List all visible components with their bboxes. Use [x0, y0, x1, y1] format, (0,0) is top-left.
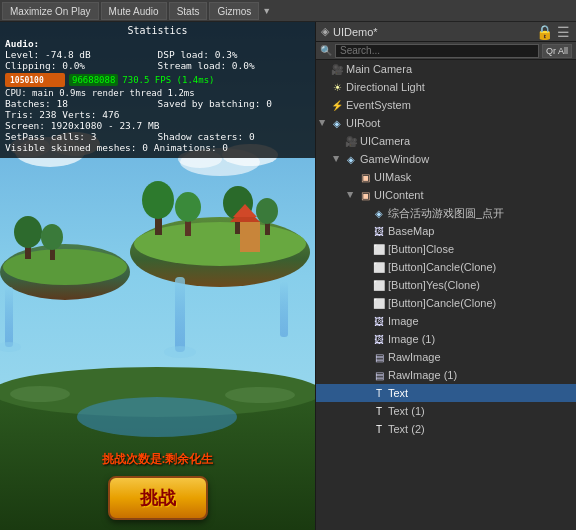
gameobj-icon-huodong: ◈ — [372, 206, 386, 220]
tree-item-gamewindow[interactable]: ▶◈GameWindow — [316, 150, 576, 168]
svg-point-20 — [175, 192, 201, 222]
tris-info: Tris: 238 Verts: 476 — [5, 109, 310, 120]
item-label-btn-yes: [Button]Yes(Clone) — [388, 279, 480, 291]
gameobj-icon-uiroot: ◈ — [330, 116, 344, 130]
text-icon-text1: T — [372, 404, 386, 418]
hierarchy-search-bar: 🔍 Qr All — [316, 42, 576, 60]
tree-item-uicamera[interactable]: ▶🎥UICamera — [316, 132, 576, 150]
button-icon-btn-cancle2: ⬜ — [372, 296, 386, 310]
event-icon-event-system: ⚡ — [330, 98, 344, 112]
tree-item-directional-light[interactable]: ▶☀Directional Light — [316, 78, 576, 96]
stats-button[interactable]: Stats — [169, 2, 208, 20]
item-label-btn-close: [Button]Close — [388, 243, 454, 255]
challenge-text: 挑战次数是:剩余化生 — [102, 451, 214, 468]
maximize-on-play-button[interactable]: Maximize On Play — [2, 2, 99, 20]
item-label-uicontent: UIContent — [374, 189, 424, 201]
button-icon-btn-close: ⬜ — [372, 242, 386, 256]
tree-item-rawimage1[interactable]: ▶▤RawImage — [316, 348, 576, 366]
batches: Batches: 18 — [5, 98, 158, 109]
audio-dsp: DSP load: 0.3% — [158, 49, 311, 60]
filter-button[interactable]: Qr All — [542, 44, 572, 58]
expand-arrow-uiroot[interactable]: ▶ — [316, 116, 330, 130]
svg-point-30 — [10, 386, 70, 402]
tree-item-main-camera[interactable]: ▶🎥Main Camera — [316, 60, 576, 78]
tree-item-text1[interactable]: ▶TText (1) — [316, 402, 576, 420]
tree-item-btn-cancle[interactable]: ▶⬜[Button]Cancle(Clone) — [316, 258, 576, 276]
tree-item-uicontent[interactable]: ▶▣UIContent — [316, 186, 576, 204]
expand-arrow-gamewindow[interactable]: ▶ — [330, 152, 344, 166]
button-icon-btn-cancle: ⬜ — [372, 260, 386, 274]
search-input[interactable] — [335, 44, 539, 58]
image-icon-image1: 🖼 — [372, 314, 386, 328]
svg-rect-27 — [280, 282, 288, 337]
panel-title-row: ◈ UIDemo* — [321, 25, 378, 38]
counter-bar-1: 1050100 — [5, 73, 65, 87]
item-label-rawimage2: RawImage (1) — [388, 369, 457, 381]
tree-item-text2[interactable]: ▶TText (2) — [316, 420, 576, 438]
shadow-casters: Shadow casters: 0 — [158, 131, 311, 142]
ui-icon-uicontent: ▣ — [358, 188, 372, 202]
item-label-btn-cancle2: [Button]Cancle(Clone) — [388, 297, 496, 309]
item-label-rawimage1: RawImage — [388, 351, 441, 363]
item-label-main-camera: Main Camera — [346, 63, 412, 75]
tree-item-text[interactable]: ▶TText — [316, 384, 576, 402]
hierarchy-panel: ◈ UIDemo* 🔒 ☰ 🔍 Qr All ▶🎥Main Camera▶☀Di… — [315, 22, 576, 530]
graphics-stats: 1050100 96688088 730.5 FPS (1.4ms) CPU: … — [5, 73, 310, 153]
search-icon: 🔍 — [320, 45, 332, 56]
svg-point-32 — [77, 397, 237, 437]
main-layout: Statistics Audio: Level: -74.8 dB DSP lo… — [0, 22, 576, 530]
item-label-gamewindow: GameWindow — [360, 153, 429, 165]
rawimage-icon-rawimage1: ▤ — [372, 350, 386, 364]
panel-controls: 🔒 ☰ — [536, 24, 571, 40]
tree-item-uimask[interactable]: ▶▣UIMask — [316, 168, 576, 186]
tree-item-btn-close[interactable]: ▶⬜[Button]Close — [316, 240, 576, 258]
text-icon-text: T — [372, 386, 386, 400]
unity-icon: ◈ — [321, 25, 329, 38]
visible-info: Visible skinned meshes: 0 Animations: 0 — [5, 142, 310, 153]
tree-item-btn-cancle2[interactable]: ▶⬜[Button]Cancle(Clone) — [316, 294, 576, 312]
text-icon-text2: T — [372, 422, 386, 436]
audio-stats: Audio: Level: -74.8 dB DSP load: 0.3% Cl… — [5, 38, 310, 71]
item-label-image1: Image — [388, 315, 419, 327]
svg-point-24 — [256, 198, 278, 224]
item-label-text: Text — [388, 387, 408, 399]
tree-item-basemap[interactable]: ▶🖼BaseMap — [316, 222, 576, 240]
expand-arrow-uicontent[interactable]: ▶ — [344, 188, 358, 202]
item-label-uiroot: UIRoot — [346, 117, 380, 129]
audio-label: Audio: — [5, 38, 39, 49]
rawimage-icon-rawimage2: ▤ — [372, 368, 386, 382]
hierarchy-header: ◈ UIDemo* 🔒 ☰ — [316, 22, 576, 42]
tree-item-uiroot[interactable]: ▶◈UIRoot — [316, 114, 576, 132]
game-view-panel: Statistics Audio: Level: -74.8 dB DSP lo… — [0, 22, 315, 530]
challenge-button[interactable]: 挑战 — [108, 476, 208, 520]
audio-stream: Stream load: 0.0% — [158, 60, 311, 71]
svg-point-10 — [14, 216, 42, 248]
item-label-image2: Image (1) — [388, 333, 435, 345]
menu-icon[interactable]: ☰ — [555, 24, 571, 40]
item-label-uimask: UIMask — [374, 171, 411, 183]
svg-rect-25 — [175, 277, 185, 352]
lock-icon[interactable]: 🔒 — [536, 24, 552, 40]
camera-icon-main-camera: 🎥 — [330, 62, 344, 76]
tree-item-btn-yes[interactable]: ▶⬜[Button]Yes(Clone) — [316, 276, 576, 294]
tree-item-image1[interactable]: ▶🖼Image — [316, 312, 576, 330]
light-icon-directional-light: ☀ — [330, 80, 344, 94]
hierarchy-tree[interactable]: ▶🎥Main Camera▶☀Directional Light▶⚡EventS… — [316, 60, 576, 530]
stats-title: Statistics — [5, 25, 310, 36]
item-label-text1: Text (1) — [388, 405, 425, 417]
image-icon-basemap: 🖼 — [372, 224, 386, 238]
saved-batching: Saved by batching: 0 — [158, 98, 311, 109]
gizmos-button[interactable]: Gizmos — [209, 2, 259, 20]
item-label-basemap: BaseMap — [388, 225, 434, 237]
tree-item-image2[interactable]: ▶🖼Image (1) — [316, 330, 576, 348]
fps-display: 730.5 FPS (1.4ms) — [122, 75, 310, 85]
item-label-directional-light: Directional Light — [346, 81, 425, 93]
mute-audio-button[interactable]: Mute Audio — [101, 2, 167, 20]
tree-item-huodong[interactable]: ▶◈综合活动游戏图圆_点开 — [316, 204, 576, 222]
tree-item-event-system[interactable]: ▶⚡EventSystem — [316, 96, 576, 114]
svg-rect-13 — [5, 287, 13, 347]
gameobj-icon-gamewindow: ◈ — [344, 152, 358, 166]
stats-panel: Statistics Audio: Level: -74.8 dB DSP lo… — [0, 22, 315, 158]
tree-item-rawimage2[interactable]: ▶▤RawImage (1) — [316, 366, 576, 384]
item-label-event-system: EventSystem — [346, 99, 411, 111]
